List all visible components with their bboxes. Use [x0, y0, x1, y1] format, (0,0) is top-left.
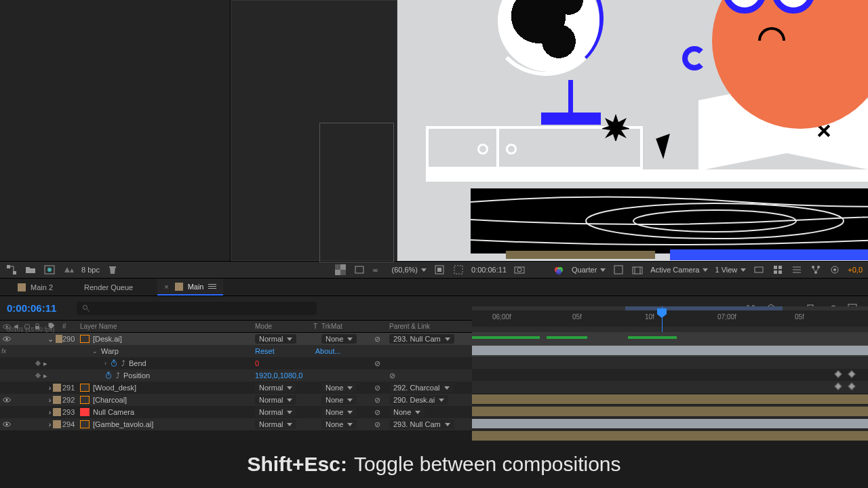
effect-track[interactable]	[472, 357, 868, 369]
effect-about-link[interactable]: About...	[315, 347, 341, 355]
keyframe-icon[interactable]	[834, 370, 842, 378]
keyframe-icon[interactable]	[848, 370, 855, 378]
col-layer-name[interactable]: Layer Name	[80, 323, 255, 330]
layer-track[interactable]	[472, 332, 868, 344]
tab-main2[interactable]: Main 2	[11, 279, 60, 296]
zoom-dropdown[interactable]: (60,6%)	[391, 266, 427, 274]
parent-dropdown[interactable]: 290. Desk.ai	[389, 395, 448, 405]
views-dropdown[interactable]: 1 View	[715, 266, 746, 274]
col-mode[interactable]: Mode	[255, 323, 309, 330]
twirl-icon[interactable]: ›	[49, 420, 52, 428]
next-keyframe-icon[interactable]: ▸	[43, 359, 47, 368]
keyframe-icon[interactable]	[848, 382, 855, 390]
flowchart-icon[interactable]	[5, 264, 18, 275]
keyframe-icon[interactable]	[834, 382, 842, 390]
timeline-tracks[interactable]	[472, 332, 868, 435]
mode-dropdown[interactable]: Normal	[255, 334, 296, 344]
transparency-grid-icon[interactable]	[612, 264, 625, 275]
video-toggle-icon[interactable]	[3, 396, 11, 404]
current-timecode[interactable]: 0:00:06:11	[0, 302, 63, 314]
video-toggle-icon[interactable]	[3, 420, 11, 428]
toggle-mask-icon[interactable]	[353, 264, 366, 275]
next-keyframe-icon[interactable]: ▸	[43, 371, 47, 380]
time-ruler[interactable]: 06;00f05f10f07;00f05f	[472, 306, 868, 327]
trkmat-dropdown[interactable]: None	[321, 420, 357, 429]
twirl-icon[interactable]: ›	[49, 396, 52, 404]
exposure-value[interactable]: +0,0	[848, 266, 863, 274]
tab-main[interactable]: × Main	[157, 279, 223, 296]
layer-color-tag[interactable]	[53, 408, 61, 416]
col-index[interactable]: #	[62, 323, 80, 330]
folder-icon[interactable]	[24, 264, 37, 275]
prev-keyframe-icon[interactable]	[35, 373, 41, 378]
work-area[interactable]	[625, 306, 783, 310]
layer-bar[interactable]	[472, 407, 868, 416]
trkmat-dropdown[interactable]: None	[321, 334, 357, 344]
col-trkmat[interactable]: TrkMat	[321, 323, 374, 330]
composition-preview[interactable]	[397, 0, 868, 261]
layer-color-tag[interactable]	[53, 420, 61, 428]
bit-depth-icon[interactable]	[62, 264, 75, 275]
layer-track[interactable]	[472, 405, 868, 418]
stopwatch-icon[interactable]	[104, 371, 113, 380]
panel-menu-icon[interactable]	[208, 283, 216, 290]
camera-dropdown[interactable]: Active Camera	[650, 266, 708, 274]
layer-bar[interactable]	[472, 346, 868, 355]
toggle-guides-icon[interactable]: ∞	[372, 264, 384, 275]
channel-icon[interactable]	[553, 264, 565, 275]
stopwatch-icon[interactable]	[110, 359, 118, 367]
trkmat-dropdown[interactable]: None	[321, 407, 357, 417]
layer-color-tag[interactable]	[53, 384, 61, 392]
trkmat-dropdown[interactable]: None	[321, 383, 357, 392]
3d-view-icon[interactable]	[631, 264, 644, 275]
col-parent[interactable]: Parent & Link	[389, 323, 468, 330]
twirl-icon[interactable]: ⌄	[47, 335, 54, 344]
mode-dropdown[interactable]: Normal	[255, 395, 296, 405]
twirl-icon[interactable]: ›	[49, 408, 52, 416]
layer-bar[interactable]	[472, 419, 868, 428]
mode-dropdown[interactable]: Normal	[255, 407, 296, 417]
layer-bar[interactable]	[472, 394, 868, 404]
twirl-icon[interactable]: ⌄	[92, 348, 98, 354]
property-track[interactable]	[472, 381, 868, 393]
property-track[interactable]	[472, 369, 868, 381]
property-value[interactable]: 0	[255, 359, 259, 367]
layer-track[interactable]	[472, 418, 868, 430]
pixel-aspect-icon[interactable]	[753, 264, 765, 275]
comp-flowchart-icon[interactable]	[810, 264, 822, 275]
close-tab-x[interactable]: ×	[164, 283, 168, 291]
effect-reset-link[interactable]: Reset	[255, 347, 275, 355]
timeline-view-icon[interactable]	[791, 264, 803, 275]
parent-dropdown[interactable]: None	[389, 407, 425, 417]
fast-preview-icon[interactable]	[772, 264, 784, 275]
trkmat-dropdown[interactable]: None	[321, 395, 357, 405]
layer-track[interactable]	[472, 344, 868, 357]
twirl-icon[interactable]: ›	[104, 360, 106, 367]
snapshot-icon[interactable]	[513, 264, 526, 275]
toggle-alpha-icon[interactable]	[334, 264, 347, 275]
parent-dropdown[interactable]: 293. Null Cam	[389, 420, 454, 429]
new-comp-icon[interactable]	[43, 264, 56, 275]
mode-dropdown[interactable]: Normal	[255, 383, 296, 392]
layer-color-tag[interactable]	[53, 396, 61, 404]
roi-icon[interactable]	[452, 264, 465, 275]
col-t[interactable]: T	[309, 323, 321, 330]
layer-color-tag[interactable]	[56, 335, 62, 343]
quality-dropdown[interactable]: Quarter	[572, 266, 606, 274]
layer-bar[interactable]	[472, 431, 868, 441]
trash-icon[interactable]	[106, 264, 119, 275]
layer-search-input[interactable]	[77, 302, 317, 315]
layer-track[interactable]	[472, 393, 868, 405]
full-res-icon[interactable]	[433, 264, 446, 275]
prev-keyframe-icon[interactable]	[35, 361, 41, 366]
preview-timecode[interactable]: 0:00:06:11	[471, 266, 507, 274]
tab-render-queue[interactable]: Render Queue	[77, 279, 140, 296]
twirl-icon[interactable]: ›	[49, 384, 52, 392]
parent-dropdown[interactable]: 293. Null Cam	[389, 334, 454, 344]
mode-dropdown[interactable]: Normal	[255, 420, 296, 429]
bit-depth-label[interactable]: 8 bpc	[81, 266, 100, 274]
exposure-reset-icon[interactable]	[829, 264, 841, 275]
property-value[interactable]: 1920,0,1080,0	[255, 371, 302, 380]
video-toggle-icon[interactable]	[3, 335, 11, 343]
parent-dropdown[interactable]: 292. Charcoal	[389, 383, 454, 392]
